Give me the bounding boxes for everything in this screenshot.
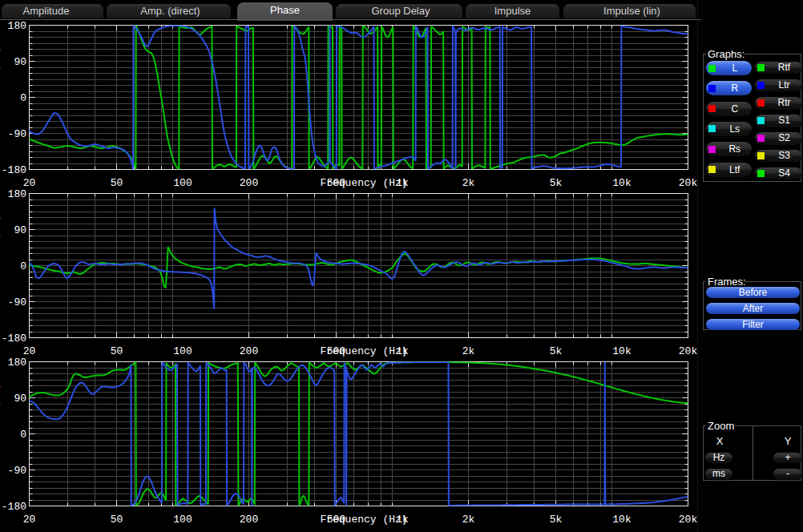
svg-text:Phase (deg): Phase (deg) — [0, 41, 1, 110]
svg-text:10k: 10k — [612, 514, 632, 526]
svg-text:2k: 2k — [462, 177, 475, 189]
svg-text:-180: -180 — [2, 332, 26, 345]
svg-text:180: 180 — [8, 357, 26, 369]
svg-text:10k: 10k — [612, 177, 632, 189]
svg-text:Phase (deg): Phase (deg) — [0, 209, 1, 278]
svg-text:-180: -180 — [2, 501, 26, 513]
svg-text:50: 50 — [111, 345, 123, 357]
svg-text:100: 100 — [173, 177, 192, 189]
svg-text:2k: 2k — [462, 345, 475, 357]
svg-text:-90: -90 — [8, 296, 26, 308]
svg-text:1k: 1k — [396, 514, 409, 526]
svg-text:20k: 20k — [679, 345, 698, 357]
svg-text:50: 50 — [111, 514, 123, 526]
svg-text:5k: 5k — [550, 177, 563, 189]
svg-text:20: 20 — [23, 177, 36, 189]
svg-text:50: 50 — [111, 177, 123, 189]
svg-text:500: 500 — [327, 177, 345, 189]
svg-text:90: 90 — [14, 224, 26, 236]
svg-text:200: 200 — [240, 177, 258, 189]
svg-text:5k: 5k — [550, 514, 563, 526]
svg-text:100: 100 — [173, 514, 192, 526]
svg-text:0: 0 — [20, 92, 26, 104]
svg-text:200: 200 — [240, 514, 258, 526]
svg-text:5k: 5k — [550, 345, 563, 357]
svg-text:90: 90 — [14, 56, 26, 68]
svg-text:180: 180 — [8, 20, 26, 32]
svg-text:100: 100 — [173, 345, 192, 357]
svg-text:2k: 2k — [462, 514, 475, 526]
svg-text:Phase (deg): Phase (deg) — [0, 377, 1, 446]
svg-text:500: 500 — [327, 345, 345, 357]
svg-text:-90: -90 — [8, 128, 26, 140]
svg-text:180: 180 — [8, 188, 26, 200]
svg-text:20: 20 — [23, 345, 36, 357]
svg-text:0: 0 — [20, 260, 26, 272]
svg-text:20: 20 — [23, 514, 36, 526]
svg-text:200: 200 — [240, 345, 258, 357]
svg-text:20k: 20k — [679, 514, 698, 526]
svg-text:1k: 1k — [396, 345, 409, 357]
svg-text:-90: -90 — [8, 465, 26, 477]
svg-text:-180: -180 — [2, 164, 26, 176]
svg-text:1k: 1k — [396, 177, 409, 189]
svg-text:20k: 20k — [679, 177, 698, 189]
svg-text:500: 500 — [327, 514, 345, 526]
svg-text:10k: 10k — [612, 345, 632, 357]
svg-text:90: 90 — [14, 393, 26, 405]
svg-text:0: 0 — [20, 429, 26, 441]
